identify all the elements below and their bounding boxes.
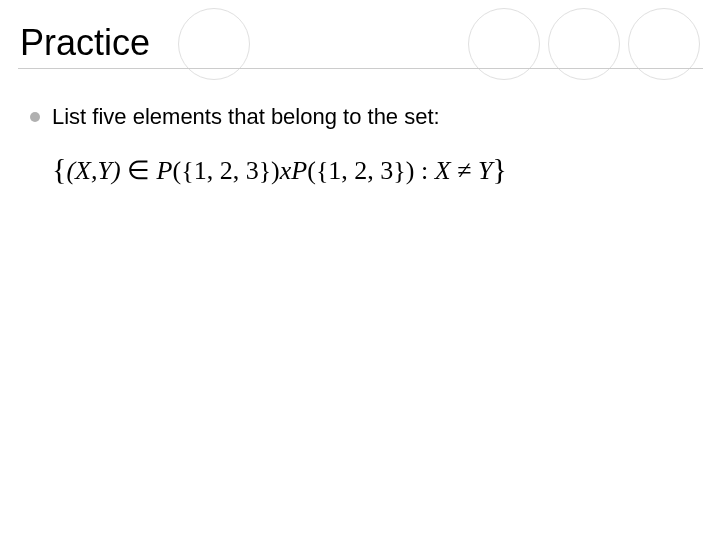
title-underline [18,68,703,69]
decorative-circle [548,8,620,80]
slide-title: Practice [20,22,150,64]
bullet-icon [30,112,40,122]
bullet-text: List five elements that belong to the se… [52,104,440,130]
math-formula: {(X,Y) ∈ P({1, 2, 3})xP({1, 2, 3}) : X ≠… [52,152,507,186]
decorative-circle [468,8,540,80]
decorative-circle [178,8,250,80]
decorative-circle [628,8,700,80]
bullet-item: List five elements that belong to the se… [30,104,440,130]
